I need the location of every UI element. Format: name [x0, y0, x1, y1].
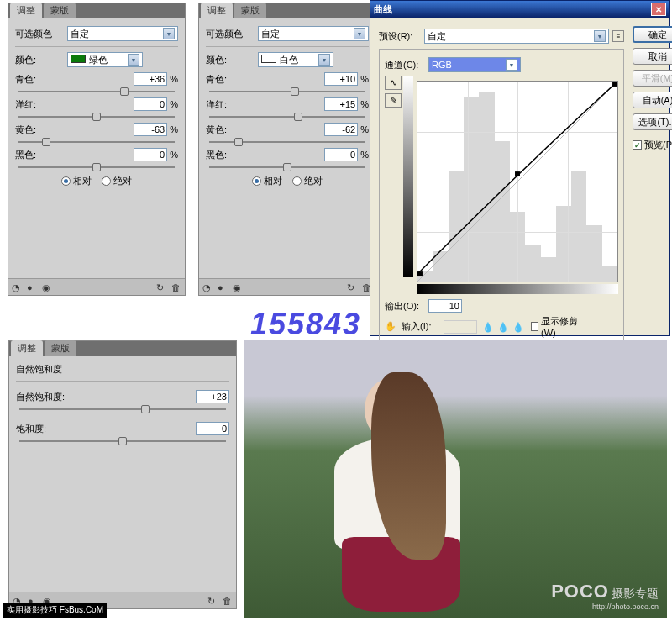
- options-button[interactable]: 选项(T)...: [633, 113, 672, 130]
- magenta-input[interactable]: +15: [324, 97, 358, 111]
- chevron-down-icon: ▼: [354, 28, 365, 39]
- delete-icon[interactable]: 🗑: [171, 282, 181, 292]
- output-label: 输出(O):: [385, 300, 428, 313]
- preset-menu-icon[interactable]: ≡: [612, 30, 624, 42]
- color-swatch-icon: [261, 55, 276, 63]
- svg-rect-2: [417, 271, 423, 276]
- yellow-slider[interactable]: [18, 141, 175, 143]
- vibrance-slider[interactable]: [19, 408, 226, 410]
- absolute-radio[interactable]: 绝对: [292, 175, 323, 187]
- saturation-slider[interactable]: [19, 440, 226, 442]
- tab-adjust[interactable]: 调整: [201, 3, 233, 18]
- absolute-radio[interactable]: 绝对: [102, 175, 132, 187]
- visibility-icon[interactable]: ●: [27, 282, 37, 292]
- color-combo[interactable]: 绿色 ▼: [67, 52, 143, 67]
- ok-button[interactable]: 确定: [633, 26, 672, 43]
- close-button[interactable]: ✕: [651, 3, 666, 16]
- saturation-label: 饱和度:: [16, 423, 46, 435]
- curve-tool-icon[interactable]: ∿: [385, 76, 402, 90]
- delete-icon[interactable]: 🗑: [223, 596, 233, 606]
- channel-combo[interactable]: RGB▼: [428, 57, 521, 72]
- magenta-label: 洋红:: [15, 98, 36, 111]
- preview-checkbox[interactable]: 预览(P): [633, 139, 672, 151]
- svg-line-0: [417, 82, 617, 282]
- reset-icon[interactable]: ↻: [347, 282, 357, 292]
- vibrance-input[interactable]: +23: [196, 390, 229, 403]
- adjustment-icon[interactable]: ◔: [202, 282, 213, 292]
- color-swatch-icon: [71, 55, 86, 63]
- saturation-input[interactable]: 0: [196, 422, 229, 435]
- tab-bar: 调整 蒙版: [8, 3, 185, 18]
- color-label: 颜色:: [206, 54, 256, 66]
- magenta-input[interactable]: 0: [134, 97, 167, 111]
- result-photo: POCO 摄影专题 http://photo.poco.cn: [244, 340, 667, 618]
- tab-adjust[interactable]: 调整: [11, 340, 43, 356]
- poco-watermark: POCO 摄影专题 http://photo.poco.cn: [551, 581, 659, 611]
- preset-combo[interactable]: 自定▼: [67, 26, 178, 41]
- input-input[interactable]: [444, 320, 477, 334]
- hand-tool-icon[interactable]: ✋: [385, 321, 396, 332]
- footer-watermark: 实用摄影技巧 FsBus.CoM: [3, 603, 107, 618]
- black-slider[interactable]: [209, 166, 365, 168]
- selective-color-panel-1: 调整 蒙版 可选颜色 自定▼ 颜色: 绿色 ▼ 青色:+36% 洋红:0% 黄色…: [8, 3, 186, 296]
- color-label: 颜色:: [15, 54, 66, 66]
- tab-mask[interactable]: 蒙版: [234, 3, 266, 18]
- chevron-down-icon: ▼: [318, 54, 330, 66]
- reset-icon[interactable]: ↻: [207, 596, 218, 606]
- eyedropper-white-icon[interactable]: 💧: [512, 322, 522, 332]
- smooth-button: 平滑(M): [633, 70, 672, 87]
- yellow-input[interactable]: -62: [324, 123, 358, 136]
- cyan-slider[interactable]: [209, 91, 365, 92]
- color-combo[interactable]: 白色▼: [258, 52, 333, 67]
- reset-icon[interactable]: ↻: [156, 282, 166, 292]
- tab-mask[interactable]: 蒙版: [44, 3, 76, 18]
- chevron-down-icon: ▼: [506, 59, 517, 71]
- yellow-input[interactable]: -63: [134, 123, 167, 136]
- preset-label: 预设(R):: [379, 30, 423, 43]
- channel-label: 通道(C):: [385, 59, 428, 71]
- black-input[interactable]: 0: [134, 148, 167, 161]
- vibrance-label: 自然饱和度:: [16, 391, 65, 403]
- panel-title: 自然饱和度: [16, 361, 229, 377]
- preset-combo[interactable]: 自定▼: [258, 26, 369, 41]
- magenta-slider[interactable]: [18, 116, 175, 118]
- auto-button[interactable]: 自动(A): [633, 92, 672, 108]
- cyan-input[interactable]: +10: [324, 72, 358, 86]
- relative-radio[interactable]: 相对: [252, 175, 282, 187]
- input-gradient: [417, 284, 618, 294]
- chevron-down-icon: ▼: [163, 28, 175, 39]
- yellow-slider[interactable]: [209, 141, 365, 143]
- chevron-down-icon: ▼: [594, 30, 606, 42]
- magenta-slider[interactable]: [209, 116, 365, 118]
- cyan-label: 青色:: [15, 73, 36, 86]
- pencil-tool-icon[interactable]: ✎: [385, 93, 402, 108]
- eye-icon[interactable]: ◉: [42, 282, 52, 292]
- preset-label: 可选颜色: [15, 28, 66, 40]
- dialog-title: 曲线: [374, 3, 392, 16]
- relative-radio[interactable]: 相对: [61, 175, 92, 187]
- black-slider[interactable]: [18, 166, 175, 168]
- cyan-slider[interactable]: [18, 91, 175, 92]
- watermark-number: 155843: [250, 307, 361, 342]
- cancel-button[interactable]: 取消: [633, 48, 672, 65]
- tab-bar: 调整 蒙版: [9, 341, 236, 356]
- tab-mask[interactable]: 蒙版: [45, 340, 76, 356]
- eyedropper-black-icon[interactable]: 💧: [482, 322, 492, 332]
- visibility-icon[interactable]: ●: [218, 282, 228, 292]
- cyan-input[interactable]: +36: [134, 72, 167, 86]
- dialog-titlebar[interactable]: 曲线 ✕: [370, 1, 669, 18]
- tab-bar: 调整 蒙版: [199, 3, 375, 18]
- output-input[interactable]: 10: [428, 299, 462, 313]
- vibrance-panel: 调整 蒙版 自然饱和度 自然饱和度:+23 饱和度:0 ◔●◉ ↻🗑: [8, 340, 237, 609]
- black-label: 黑色:: [15, 149, 36, 161]
- panel-icon-bar: ◔●◉ ↻🗑: [199, 278, 375, 295]
- black-input[interactable]: 0: [324, 148, 358, 161]
- curve-graph[interactable]: [417, 81, 618, 282]
- eyedropper-gray-icon[interactable]: 💧: [497, 322, 507, 332]
- svg-rect-1: [515, 171, 520, 176]
- adjustment-icon[interactable]: ◔: [12, 282, 22, 292]
- preset-combo[interactable]: 自定▼: [424, 29, 609, 44]
- show-clip-checkbox[interactable]: 显示修剪(W): [531, 315, 581, 338]
- eye-icon[interactable]: ◉: [233, 282, 243, 292]
- tab-adjust[interactable]: 调整: [10, 3, 42, 18]
